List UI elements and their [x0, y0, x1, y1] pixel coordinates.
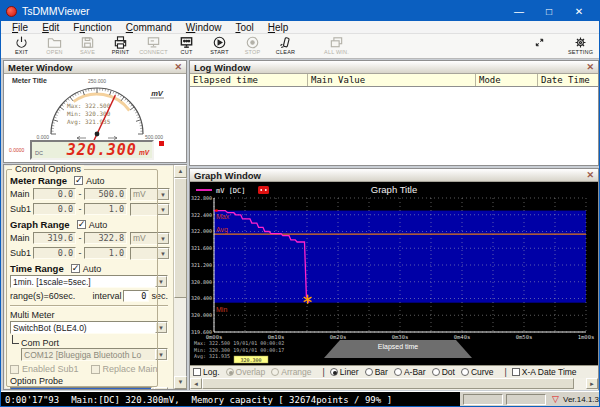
graph-canvas[interactable]: 322.800322.400322.000321.600321.200320.8… [190, 182, 598, 365]
control-label: X-A Date Time [522, 367, 577, 377]
time-range-auto-checkbox[interactable] [71, 264, 80, 273]
meter-range-label: Meter Range [10, 175, 67, 186]
close-button[interactable]: ✕ [564, 1, 594, 21]
stop-icon [245, 35, 260, 50]
radio-curve[interactable]: Curve [461, 367, 494, 377]
log-column-mode[interactable]: Mode [476, 74, 538, 86]
application-window: TsDMMViewer — □ ✕ FileEditFunctionComman… [0, 0, 600, 407]
menu-edit[interactable]: Edit [35, 22, 66, 33]
gauge-pivot [95, 132, 100, 137]
minimize-button[interactable]: — [504, 1, 534, 21]
scroll-up-icon[interactable]: ▲ [174, 165, 187, 178]
graph-controls-bar: Log.OverlapArrange|LinerBarA-BarDotCurve… [190, 365, 598, 378]
svg-text:320.000: 320.000 [191, 312, 212, 318]
log-window-title: Log Window [194, 62, 250, 73]
meter-range-auto-checkbox[interactable] [74, 176, 83, 185]
toolbar-button-label: CLEAR [276, 49, 295, 55]
radio-dot[interactable]: Dot [432, 367, 455, 377]
gauge-mid-label: 250.000 [88, 78, 106, 84]
scrollbar-thumb[interactable] [174, 178, 187, 298]
power-icon [14, 35, 29, 50]
resize-icon-button[interactable] [523, 35, 556, 49]
graph-window-close-icon[interactable]: ✕ [586, 170, 594, 180]
radio-overlap: Overlap [226, 367, 266, 377]
radio-a-bar[interactable]: A-Bar [394, 367, 426, 377]
menu-file[interactable]: File [5, 22, 35, 33]
checkbox-log-[interactable]: Log. [193, 367, 220, 377]
menu-command[interactable]: Command [119, 22, 179, 33]
separator: | [505, 367, 507, 377]
graph-horizontal-scrollbar[interactable]: ◄ ► [190, 378, 598, 390]
maximize-button[interactable]: □ [534, 1, 564, 21]
status-readout: 0:00'17"93 Main:[DC] 320.300mV, Memory c… [1, 392, 460, 407]
graph-range-auto-checkbox[interactable] [77, 220, 86, 229]
checkbox-glyph[interactable] [512, 368, 520, 376]
scroll-down-icon[interactable]: ▼ [174, 376, 187, 389]
setting-button[interactable]: SETTING [564, 35, 597, 55]
cut-button[interactable]: CUT [170, 35, 203, 55]
toolbar-button-label: START [210, 49, 229, 55]
resize-icon [534, 35, 545, 50]
chevron-down-icon[interactable]: ▼ [157, 204, 169, 215]
chevron-down-icon[interactable]: ▼ [157, 233, 169, 244]
printer-icon [113, 35, 128, 50]
replace-main-checkbox [91, 365, 100, 374]
meter-window-close-icon[interactable]: ✕ [174, 62, 182, 72]
scroll-left-icon[interactable]: ◄ [190, 378, 202, 389]
radio-glyph[interactable] [432, 368, 440, 376]
control-options-panel: Control Options Meter Range Auto Main 0.… [3, 164, 187, 390]
radio-glyph[interactable] [394, 368, 402, 376]
chevron-down-icon[interactable]: ▼ [157, 248, 169, 259]
checkbox-glyph[interactable] [193, 368, 201, 376]
menu-window[interactable]: Window [179, 22, 229, 33]
gauge-meter-title: Meter Title [12, 77, 47, 84]
all-win-button: ALL WIN. [320, 35, 353, 55]
lcd-mode-label: DC [35, 150, 43, 156]
clear-button[interactable]: CLEAR [269, 35, 302, 55]
checkbox-x-a-date-time[interactable]: X-A Date Time [512, 367, 577, 377]
log-column-date-time[interactable]: Date Time [538, 74, 598, 86]
control-panel-scrollbar[interactable]: ▲ ▼ [173, 165, 186, 389]
lcd-value: 320.300 [43, 143, 137, 158]
monitor-cut-icon [179, 35, 194, 50]
menu-help[interactable]: Help [261, 22, 296, 33]
svg-text:322.000: 322.000 [191, 228, 212, 234]
radio-glyph[interactable] [365, 368, 373, 376]
app-icon [6, 6, 17, 17]
start-button[interactable]: START [203, 35, 236, 55]
option-probe-combo[interactable]: (Nothing) [10, 387, 152, 389]
exit-button[interactable]: EXIT [5, 35, 38, 55]
svg-text:0m50s: 0m50s [516, 334, 533, 340]
log-column-main-value[interactable]: Main Value [308, 74, 476, 86]
chevron-down-icon[interactable]: ▼ [157, 189, 169, 200]
meter-window-caption[interactable]: Meter Window ✕ [4, 61, 186, 74]
chevron-down-icon[interactable]: ▼ [154, 387, 168, 389]
scroll-right-icon[interactable]: ► [586, 378, 598, 389]
radio-glyph[interactable] [330, 368, 338, 376]
toolbar-button-label: STOP [245, 49, 261, 55]
status-cell-2 [506, 394, 546, 405]
radio-glyph[interactable] [461, 368, 469, 376]
log-column-elapsed-time[interactable]: Elapsed time [190, 74, 308, 86]
cursor-value: 320.300 [240, 357, 261, 363]
device-icon [258, 186, 269, 194]
log-body[interactable] [190, 87, 598, 165]
minmax-band [214, 211, 586, 303]
radio-liner[interactable]: Liner [330, 367, 359, 377]
log-window-close-icon[interactable]: ✕ [586, 62, 594, 72]
graph-window-caption[interactable]: Graph Window ✕ [190, 169, 598, 182]
log-window-caption[interactable]: Log Window ✕ [190, 61, 598, 74]
meter-window-title: Meter Window [8, 62, 72, 73]
version-label: Ver.14.1.3 [563, 395, 599, 404]
svg-text:0m30s: 0m30s [392, 334, 409, 340]
menu-tool[interactable]: Tool [228, 22, 260, 33]
annotation-min: Min [216, 306, 227, 313]
print-button[interactable]: PRINT [104, 35, 137, 55]
hscrollbar-thumb[interactable] [202, 378, 574, 389]
radio-bar[interactable]: Bar [365, 367, 388, 377]
start-marker [215, 209, 217, 211]
control-label: Liner [340, 367, 359, 377]
status-main-value: Main:[DC] 320.300mV, [71, 395, 179, 405]
graph-stats-line: Max: 322.500 19/01/01 00:00:02 [194, 340, 284, 346]
menu-function[interactable]: Function [66, 22, 118, 33]
